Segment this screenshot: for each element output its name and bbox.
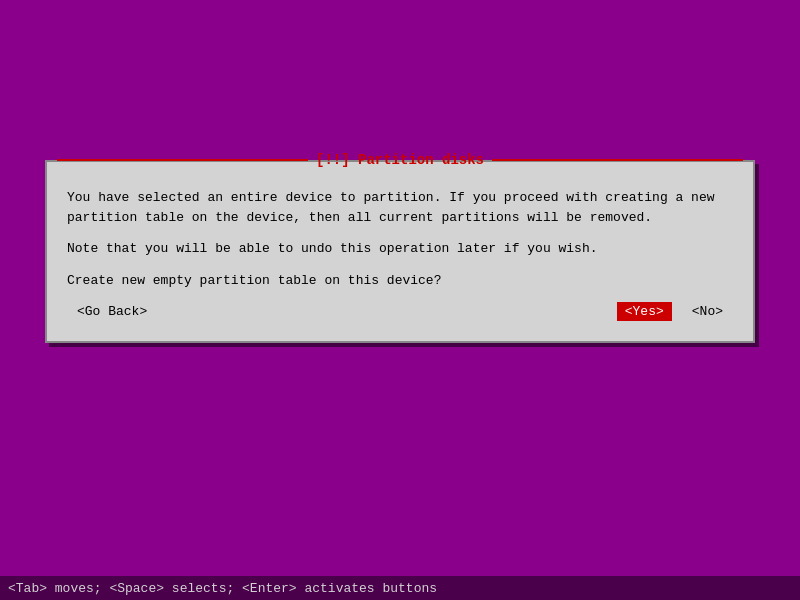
body-paragraph-2: Note that you will be able to undo this … [67,239,733,259]
go-back-button[interactable]: <Go Back> [77,304,147,319]
yes-button[interactable]: <Yes> [617,302,672,321]
title-line-left [57,159,308,161]
title-line-right [492,159,743,161]
body-paragraph-1: You have selected an entire device to pa… [67,188,733,227]
dialog-body: You have selected an entire device to pa… [47,178,753,341]
right-button-group: <Yes> <No> [617,302,723,321]
body-paragraph-3: Create new empty partition table on this… [67,271,733,291]
status-bar-text: <Tab> moves; <Space> selects; <Enter> ac… [8,581,437,596]
dialog-title-bar: [!!] Partition disks [57,152,743,168]
dialog-title: [!!] Partition disks [308,152,492,168]
dialog-buttons: <Go Back> <Yes> <No> [67,302,733,321]
partition-dialog: [!!] Partition disks You have selected a… [45,160,755,343]
status-bar: <Tab> moves; <Space> selects; <Enter> ac… [0,576,800,600]
no-button[interactable]: <No> [692,304,723,319]
